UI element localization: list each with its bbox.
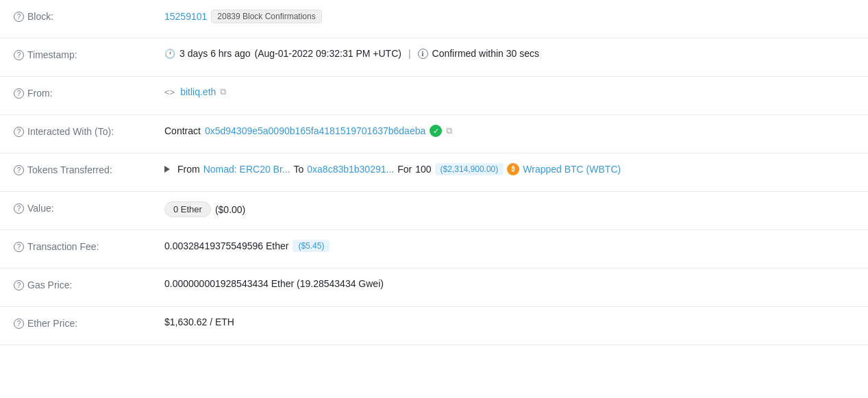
- interacted-label-text: Interacted With (To):: [27, 126, 114, 137]
- timestamp-help-icon[interactable]: ?: [14, 50, 24, 60]
- ether-price-text: $1,630.62 / ETH: [164, 316, 234, 327]
- confirmed-info-icon: ℹ: [418, 49, 428, 59]
- code-icon: <>: [164, 87, 175, 97]
- triangle-icon: [164, 166, 170, 173]
- value-amount: 0 Ether ($0.00): [164, 201, 854, 217]
- from-address-link[interactable]: bitliq.eth: [180, 86, 216, 97]
- timestamp-label-text: Timestamp:: [27, 49, 77, 60]
- tokens-transfer-detail: From Nomad: ERC20 Br... To 0xa8c83b1b302…: [164, 163, 621, 175]
- tokens-label: ? Tokens Transferred:: [14, 163, 164, 175]
- from-label-text: From:: [27, 88, 53, 99]
- contract-copy-icon[interactable]: ⧉: [446, 125, 452, 136]
- from-row: ? From: <> bitliq.eth ⧉: [0, 77, 868, 115]
- gas-value: 0.000000001928543434 Ether (19.28543434 …: [164, 278, 854, 289]
- value-help-icon[interactable]: ?: [14, 203, 24, 214]
- tokens-help-icon[interactable]: ?: [14, 165, 24, 175]
- fee-label: ? Transaction Fee:: [14, 240, 164, 252]
- block-label: ? Block:: [14, 10, 164, 22]
- interacted-help-icon[interactable]: ?: [14, 127, 24, 137]
- interacted-label: ? Interacted With (To):: [14, 125, 164, 137]
- to-label-token: To: [294, 164, 304, 175]
- tokens-value: From Nomad: ERC20 Br... To 0xa8c83b1b302…: [164, 163, 854, 175]
- timestamp-label: ? Timestamp:: [14, 48, 164, 60]
- contract-address-link[interactable]: 0x5d94309e5a0090b165fa4181519701637b6dae…: [205, 125, 425, 136]
- confirmed-text: Confirmed within 30 secs: [432, 48, 539, 59]
- ether-price-label: ? Ether Price:: [14, 316, 164, 329]
- copy-icon[interactable]: ⧉: [220, 86, 226, 97]
- ether-price-row: ? Ether Price: $1,630.62 / ETH: [0, 307, 868, 345]
- confirmations-badge: 20839 Block Confirmations: [211, 10, 321, 23]
- ether-price-label-text: Ether Price:: [27, 318, 77, 329]
- token-name-link[interactable]: Wrapped BTC (WBTC): [523, 164, 621, 175]
- block-number-link[interactable]: 15259101: [164, 11, 207, 22]
- block-help-icon[interactable]: ?: [14, 12, 24, 22]
- block-value: 15259101 20839 Block Confirmations: [164, 10, 854, 23]
- wbtc-icon: ₿: [507, 163, 519, 175]
- gas-price-row: ? Gas Price: 0.000000001928543434 Ether …: [0, 269, 868, 307]
- from-label: ? From:: [14, 86, 164, 99]
- token-from-address[interactable]: Nomad: ERC20 Br...: [203, 164, 290, 175]
- tokens-transferred-row: ? Tokens Transferred: From Nomad: ERC20 …: [0, 153, 868, 192]
- contract-prefix: Contract: [164, 125, 201, 136]
- interacted-with-row: ? Interacted With (To): Contract 0x5d943…: [0, 115, 868, 153]
- gas-price-text: 0.000000001928543434 Ether (19.28543434 …: [164, 278, 384, 289]
- token-to-address[interactable]: 0xa8c83b1b30291...: [307, 164, 394, 175]
- timestamp-ago: 3 days 6 hrs ago: [179, 48, 251, 59]
- gas-help-icon[interactable]: ?: [14, 280, 24, 290]
- token-amount: 100: [415, 164, 431, 175]
- gas-label: ? Gas Price:: [14, 278, 164, 290]
- from-value: <> bitliq.eth ⧉: [164, 86, 854, 97]
- transaction-fee-row: ? Transaction Fee: 0.00328419375549596 E…: [0, 230, 868, 269]
- from-help-icon[interactable]: ?: [14, 88, 24, 99]
- token-usd-badge: ($2,314,900.00): [435, 163, 504, 175]
- block-row: ? Block: 15259101 20839 Block Confirmati…: [0, 0, 868, 38]
- timestamp-value: 🕐 3 days 6 hrs ago (Aug-01-2022 09:32:31…: [164, 48, 854, 59]
- ether-price-value: $1,630.62 / ETH: [164, 316, 854, 327]
- value-label: ? Value:: [14, 201, 164, 214]
- fee-amount: 0.00328419375549596 Ether: [164, 240, 288, 251]
- from-label-token: From: [177, 164, 200, 175]
- tokens-label-text: Tokens Transferred:: [27, 164, 112, 175]
- block-label-text: Block:: [27, 11, 53, 22]
- ether-amount-badge: 0 Ether: [164, 201, 211, 217]
- fee-value: 0.00328419375549596 Ether ($5.45): [164, 240, 854, 252]
- separator: |: [408, 48, 411, 59]
- fee-usd-badge: ($5.45): [293, 240, 330, 252]
- clock-icon: 🕐: [164, 49, 175, 59]
- fee-label-text: Transaction Fee:: [27, 241, 99, 252]
- interacted-value: Contract 0x5d94309e5a0090b165fa418151970…: [164, 125, 854, 137]
- fee-help-icon[interactable]: ?: [14, 242, 24, 252]
- timestamp-datetime: (Aug-01-2022 09:32:31 PM +UTC): [255, 48, 401, 59]
- ether-price-help-icon[interactable]: ?: [14, 319, 24, 329]
- value-row: ? Value: 0 Ether ($0.00): [0, 192, 868, 230]
- for-label: For: [397, 164, 412, 175]
- gas-label-text: Gas Price:: [27, 279, 72, 290]
- value-usd: ($0.00): [215, 204, 245, 215]
- timestamp-row: ? Timestamp: 🕐 3 days 6 hrs ago (Aug-01-…: [0, 38, 868, 77]
- value-label-text: Value:: [27, 203, 54, 214]
- verified-icon: ✓: [430, 125, 442, 137]
